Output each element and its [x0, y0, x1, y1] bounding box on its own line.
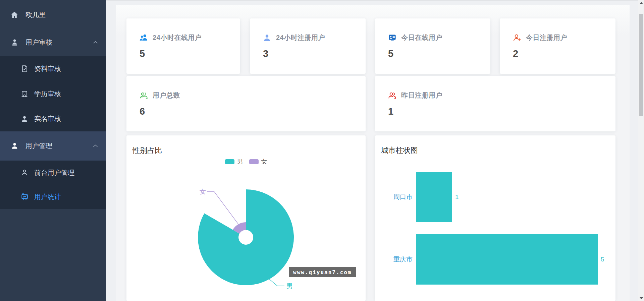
submenu-user-management: 前台用户管理 用户统计 [0, 161, 106, 209]
user-badge-icon [10, 38, 19, 47]
sidebar-item-user-audit[interactable]: 用户审核 [0, 33, 106, 52]
triangle-down-icon [640, 297, 643, 299]
user-plus-icon [513, 33, 522, 42]
stat-value: 6 [140, 106, 366, 117]
stat-value: 5 [140, 48, 240, 59]
bar-value-label: 5 [601, 256, 604, 263]
home-icon [10, 10, 19, 19]
sidebar: 欧几里 用户审核 资料审核 学历审核 实名审核 [0, 0, 106, 301]
sidebar-item-label: 学历审核 [34, 89, 61, 99]
bar-zhoukou[interactable] [416, 172, 452, 222]
submenu-user-audit: 资料审核 学历审核 实名审核 [0, 56, 106, 131]
scroll-down-arrow[interactable] [638, 295, 644, 301]
document-check-icon [20, 64, 29, 73]
stat-value: 5 [388, 48, 490, 59]
pie-callout-label-female: 女 [200, 188, 206, 195]
triangle-up-icon [640, 2, 643, 4]
stat-label: 用户总数 [153, 91, 180, 100]
top-divider [106, 0, 638, 1]
users-outline-icon [388, 91, 397, 100]
person-outline-icon [20, 168, 29, 177]
scrollbar-thumb[interactable] [639, 14, 643, 116]
pie-callout-line-male [269, 279, 284, 286]
stat-label: 24小时在线用户 [153, 33, 202, 42]
sidebar-item-label: 前台用户管理 [34, 168, 74, 177]
bar-value-label: 1 [455, 193, 459, 201]
main-content: 24小时在线用户 5 24小时注册用户 3 今日在线用户 5 [106, 0, 638, 301]
users-group-icon [139, 33, 148, 42]
stat-value: 2 [513, 48, 615, 59]
content-panel: 24小时在线用户 5 24小时注册用户 3 今日在线用户 5 [116, 5, 630, 301]
users-outline-icon [139, 91, 148, 100]
stat-label: 24小时注册用户 [276, 33, 325, 42]
bar-row: 重庆市 5 [381, 234, 604, 285]
gender-pie-chart-card: 性别占比 男 女 女 男 www.qiyuan7.co [126, 135, 366, 301]
sidebar-item-home[interactable]: 欧几里 [0, 6, 106, 23]
pie-donut-hole [238, 230, 253, 245]
presentation-chart-icon [20, 193, 29, 201]
scroll-up-arrow[interactable] [638, 0, 644, 6]
stat-label: 今日在线用户 [401, 33, 442, 42]
sidebar-item-realname-audit[interactable]: 实名审核 [0, 106, 106, 131]
person-icon [20, 115, 29, 123]
chevron-up-icon[interactable] [93, 144, 98, 147]
sidebar-item-profile-audit[interactable]: 资料审核 [0, 56, 106, 81]
stat-card-today-online: 今日在线用户 5 [375, 18, 490, 74]
id-card-icon [388, 33, 397, 42]
sidebar-item-user-statistics[interactable]: 用户统计 [0, 185, 106, 209]
sidebar-item-label: 用户审核 [25, 38, 93, 47]
stat-card-24h-registered: 24小时注册用户 3 [250, 18, 366, 74]
person-icon [10, 142, 19, 150]
stat-card-total-users: 用户总数 6 [126, 76, 366, 131]
sidebar-item-label: 资料审核 [34, 64, 61, 73]
sidebar-item-label: 用户管理 [25, 141, 93, 150]
bar-category-label: 重庆市 [381, 255, 413, 264]
sidebar-item-education-audit[interactable]: 学历审核 [0, 81, 106, 107]
stat-label: 昨日注册用户 [401, 91, 442, 100]
sidebar-item-label: 实名审核 [34, 114, 61, 123]
stat-value: 1 [388, 106, 615, 117]
stat-card-yesterday-registered: 昨日注册用户 1 [375, 76, 615, 131]
vertical-scrollbar[interactable] [638, 0, 644, 301]
city-bar-chart-card: 城市柱状图 周口市 1 重庆市 5 [375, 135, 615, 301]
watermark: www.qiyuan7.com [289, 267, 356, 277]
pie-callout-label-male: 男 [286, 283, 293, 290]
stat-card-24h-online: 24小时在线用户 5 [126, 18, 240, 74]
sidebar-item-frontend-users[interactable]: 前台用户管理 [0, 161, 106, 185]
sidebar-item-user-management[interactable]: 用户管理 [0, 131, 106, 161]
chevron-up-icon[interactable] [93, 41, 98, 44]
stat-card-today-registered: 今日注册用户 2 [500, 18, 615, 74]
bar-chongqing[interactable] [416, 234, 598, 285]
bar-category-label: 周口市 [381, 193, 413, 201]
stat-label: 今日注册用户 [526, 33, 567, 42]
chart-title: 城市柱状图 [381, 145, 418, 156]
school-building-icon [20, 89, 29, 98]
stat-value: 3 [263, 48, 366, 59]
sidebar-item-label: 用户统计 [34, 192, 61, 201]
app-title: 欧几里 [25, 10, 46, 19]
user-icon [263, 33, 272, 42]
bar-row: 周口市 1 [381, 172, 459, 222]
